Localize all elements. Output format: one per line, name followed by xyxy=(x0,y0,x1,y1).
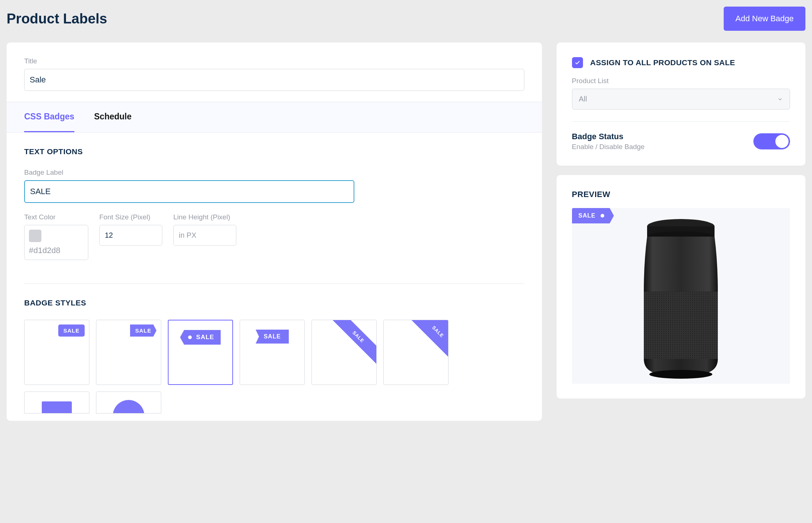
assign-all-checkbox[interactable] xyxy=(572,57,583,68)
text-color-value: #d1d2d8 xyxy=(29,246,84,255)
badge-status-subtitle: Enable / Disable Badge xyxy=(572,143,645,151)
text-color-swatch xyxy=(29,230,41,242)
badge-styles-heading: BADGE STYLES xyxy=(24,298,524,307)
side-divider xyxy=(572,121,790,122)
preview-badge-text: SALE xyxy=(579,212,596,219)
svg-rect-5 xyxy=(644,292,718,359)
badge-style-cut[interactable]: SALE xyxy=(96,320,161,385)
badge-style-tag[interactable]: SALE xyxy=(168,320,233,385)
square-icon xyxy=(42,401,72,413)
title-field-label: Title xyxy=(24,57,524,65)
text-options-heading: TEXT OPTIONS xyxy=(24,147,524,156)
tabs-row: CSS Badges Schedule xyxy=(7,102,542,133)
product-list-selected: All xyxy=(579,95,587,103)
assignment-card: ASSIGN TO ALL PRODUCTS ON SALE Product L… xyxy=(557,42,805,166)
text-color-picker[interactable]: #d1d2d8 xyxy=(24,225,88,260)
circle-icon xyxy=(113,400,144,413)
font-size-input[interactable] xyxy=(99,225,162,246)
tab-css-badges[interactable]: CSS Badges xyxy=(24,102,74,132)
preview-badge: SALE xyxy=(572,208,614,223)
chevron-down-icon xyxy=(777,96,783,102)
main-panel: Title CSS Badges Schedule TEXT OPTIONS B… xyxy=(7,42,542,421)
badge-sample: SALE xyxy=(329,320,377,366)
badge-sample: SALE xyxy=(180,330,221,345)
badge-style-triangle[interactable]: SALE xyxy=(383,320,449,385)
badge-status-title: Badge Status xyxy=(572,132,645,141)
line-height-input[interactable] xyxy=(173,225,236,246)
badge-style-pill[interactable]: SALE xyxy=(24,320,89,385)
triangle-icon xyxy=(411,320,448,357)
badge-sample-text: SALE xyxy=(196,334,214,341)
product-list-select[interactable]: All xyxy=(572,89,790,110)
badge-style-corner-ribbon[interactable]: SALE xyxy=(311,320,377,385)
add-new-badge-button[interactable]: Add New Badge xyxy=(724,7,805,31)
preview-heading: PREVIEW xyxy=(572,190,790,199)
preview-card: PREVIEW SALE xyxy=(557,175,805,398)
tag-dot-icon xyxy=(188,335,192,339)
badge-style-ribbon[interactable]: SALE xyxy=(240,320,305,385)
title-input[interactable] xyxy=(24,69,524,91)
page-header: Product Labels Add New Badge xyxy=(7,7,805,31)
svg-point-6 xyxy=(649,370,712,379)
badge-sample: SALE xyxy=(58,324,85,337)
tab-schedule[interactable]: Schedule xyxy=(94,102,132,132)
badge-label-field-label: Badge Label xyxy=(24,168,354,177)
page-title: Product Labels xyxy=(7,11,107,27)
text-color-label: Text Color xyxy=(24,213,88,221)
toggle-knob-icon xyxy=(775,135,789,148)
font-size-label: Font Size (Pixel) xyxy=(99,213,162,221)
product-list-label: Product List xyxy=(572,77,790,85)
preview-frame: SALE xyxy=(572,208,790,384)
badge-style-square[interactable] xyxy=(24,392,89,413)
speaker-icon xyxy=(639,218,723,379)
tag-dot-icon xyxy=(601,214,604,218)
badge-label-input[interactable] xyxy=(24,180,354,203)
assign-all-label: ASSIGN TO ALL PRODUCTS ON SALE xyxy=(590,58,735,67)
badge-styles-grid: SALE SALE SALE SALE SALE xyxy=(24,320,524,385)
badge-status-toggle[interactable] xyxy=(753,133,790,149)
line-height-label: Line Height (Pixel) xyxy=(173,213,236,221)
badge-style-circle[interactable] xyxy=(96,392,161,413)
preview-product-image xyxy=(639,218,723,381)
badge-sample: SALE xyxy=(130,324,156,337)
badge-sample: SALE xyxy=(256,330,289,344)
check-icon xyxy=(575,60,580,66)
